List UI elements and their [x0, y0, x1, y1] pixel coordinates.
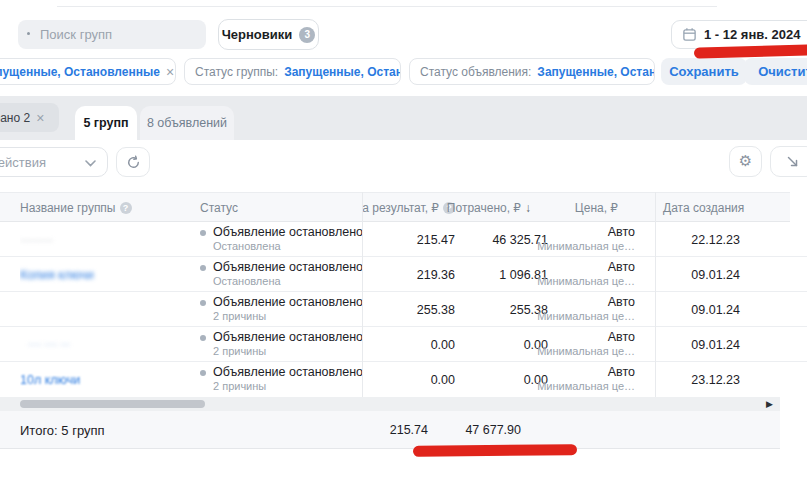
selected-count-label: Выбрано 2: [0, 111, 30, 125]
totals-cost-per-result: 215.74: [308, 411, 428, 449]
price-cell: Авто Минимальная це…: [505, 362, 635, 397]
table-header: Название группы ? Статус Цена за результ…: [0, 192, 790, 222]
price-mode: Авто: [608, 260, 635, 276]
price-subtext: Минимальная це…: [537, 240, 635, 254]
red-marker-date-annotation: [694, 44, 807, 59]
drafts-button[interactable]: Черновики 3: [218, 19, 319, 50]
refresh-button[interactable]: [116, 147, 150, 177]
drafts-label: Черновики: [222, 27, 293, 42]
table-row[interactable]: 10л ключи Объявление остановлено 2 причи…: [0, 362, 807, 397]
price-subtext: Минимальная це…: [537, 345, 635, 359]
price-mode: Авто: [608, 295, 635, 311]
totals-row: Итого: 5 групп 215.74 47 677.90: [0, 411, 780, 449]
filter-chip-label: Статус объявления:: [420, 65, 531, 79]
totals-spent: 47 677.90: [411, 411, 521, 449]
table-body: ········· Объявление остановлено Останов…: [0, 222, 807, 397]
column-header-name-label: Название группы: [20, 201, 116, 215]
price-cell: Авто Минимальная це…: [505, 257, 635, 292]
price-mode: Авто: [608, 225, 635, 241]
scroll-right-icon[interactable]: ▶: [766, 399, 773, 409]
cost-per-result-value: 0.00: [335, 327, 455, 362]
export-button[interactable]: [770, 146, 807, 177]
column-header-name[interactable]: Название группы ?: [20, 193, 132, 222]
red-marker-totals-annotation: [413, 444, 577, 457]
price-mode: Авто: [608, 365, 635, 381]
drafts-count-badge: 3: [299, 27, 315, 43]
filter-chip-ad-status[interactable]: Статус объявления: Запущенные, Остановле…: [409, 58, 655, 85]
group-name-link[interactable]: ···· ···· ···: [20, 339, 70, 350]
scrollbar-thumb[interactable]: [20, 400, 205, 408]
date-range-value: 1 - 12 янв. 2024: [704, 27, 800, 42]
group-name-link[interactable]: 10л ключи: [20, 373, 80, 387]
column-divider: [362, 192, 363, 397]
created-date: 09.01.24: [655, 292, 740, 327]
tab-ads[interactable]: 8 объявлений: [140, 106, 234, 140]
status-dot-icon: [200, 265, 206, 271]
created-date: 09.01.24: [655, 257, 740, 292]
status-dot-icon: [200, 370, 206, 376]
cost-per-result-value: 0.00: [335, 362, 455, 397]
filter-chip-campaign-status[interactable]: Запущенные, Остановленные ×: [0, 58, 176, 85]
created-date: 09.01.24: [655, 327, 740, 362]
column-header-status[interactable]: Статус: [200, 193, 238, 222]
column-divider: [655, 192, 656, 397]
chevron-down-icon: [85, 160, 96, 167]
ads-manager-screen: Черновики 3 1 - 12 янв. 2024 Запущенные,…: [0, 0, 807, 487]
filter-chip-value: Запущенные, Остановленные: [537, 65, 655, 79]
filter-chip-group-status[interactable]: Статус группы: Запущенные, Остановленные…: [184, 58, 401, 85]
totals-label: Итого: 5 групп: [20, 411, 105, 449]
top-divider: [57, 6, 717, 7]
group-name-link[interactable]: Копия ключи: [20, 268, 94, 282]
column-header-price[interactable]: Цена, ₽: [518, 193, 618, 222]
actions-dropdown-label: Действия: [0, 155, 46, 170]
table-row[interactable]: Объявление остановлено 2 причины 255.38 …: [0, 292, 807, 327]
search-icon: [27, 32, 30, 35]
price-mode: Авто: [608, 330, 635, 346]
price-cell: Авто Минимальная це…: [505, 292, 635, 327]
price-cell: Авто Минимальная це…: [505, 327, 635, 362]
search-input[interactable]: [18, 20, 206, 49]
actions-dropdown[interactable]: Действия: [0, 147, 108, 177]
gear-icon: ⚙: [739, 154, 752, 169]
clear-filters-button[interactable]: Очистить: [744, 58, 807, 85]
download-icon: [786, 155, 800, 169]
status-dot-icon: [200, 300, 206, 306]
close-icon[interactable]: ×: [166, 65, 174, 79]
cost-per-result-value: 219.36: [335, 257, 455, 292]
cost-per-result-value: 215.47: [335, 222, 455, 257]
status-dot-icon: [200, 335, 206, 341]
column-header-spent-label: Потрачено, ₽: [447, 201, 521, 215]
help-icon[interactable]: ?: [120, 202, 132, 214]
tab-groups[interactable]: 5 групп: [75, 106, 137, 140]
refresh-icon: [126, 155, 141, 170]
price-subtext: Минимальная це…: [537, 310, 635, 324]
filter-chip-label: Статус группы:: [195, 65, 278, 79]
price-subtext: Минимальная це…: [537, 275, 635, 289]
price-subtext: Минимальная це…: [537, 380, 635, 394]
group-name-link[interactable]: ·········: [20, 234, 53, 246]
table-row[interactable]: ···· ···· ··· Объявление остановлено 2 п…: [0, 327, 807, 362]
calendar-icon: [682, 27, 697, 42]
column-header-created[interactable]: Дата создания: [663, 193, 744, 222]
filter-chip-value: Запущенные, Остановленные: [0, 65, 160, 79]
status-dot-icon: [200, 230, 206, 236]
filter-chip-value: Запущенные, Остановленные: [284, 65, 401, 79]
column-header-spent[interactable]: Потрачено, ₽ ↓: [391, 193, 531, 222]
save-filters-button[interactable]: Сохранить: [661, 58, 747, 85]
created-date: 22.12.23: [655, 222, 740, 257]
settings-button[interactable]: ⚙: [729, 146, 762, 177]
cost-per-result-value: 255.38: [335, 292, 455, 327]
table-row[interactable]: ········· Объявление остановлено Останов…: [0, 222, 807, 257]
close-icon[interactable]: ×: [36, 111, 44, 125]
price-cell: Авто Минимальная це…: [505, 222, 635, 257]
selected-count-chip[interactable]: Выбрано 2 ×: [0, 103, 59, 132]
table-row[interactable]: Копия ключи Объявление остановлено Остан…: [0, 257, 807, 292]
created-date: 23.12.23: [655, 362, 740, 397]
